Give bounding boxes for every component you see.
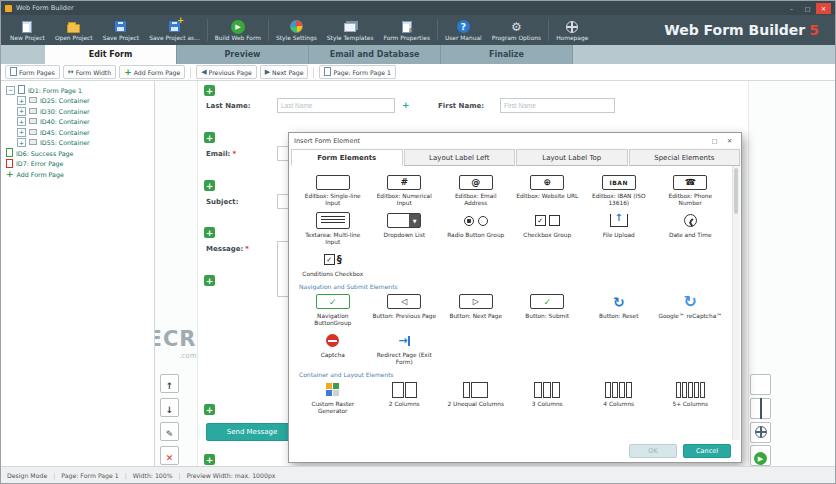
last-name-input[interactable] — [277, 98, 395, 113]
element-3-columns[interactable]: 3 Columns — [512, 378, 584, 417]
pagebar-next-page[interactable]: ▶Next Page — [260, 65, 309, 79]
element-conditions-checkbox[interactable]: ✓§Conditions Checkbox — [297, 248, 369, 280]
element-editbox-phone-number[interactable]: ☎Editbox: Phone Number — [655, 170, 727, 209]
pagebar-form-width[interactable]: ↔Form Width — [63, 65, 116, 79]
tab-preview[interactable]: Preview — [177, 45, 309, 64]
element-5-columns[interactable]: 5+ Columns — [655, 378, 727, 417]
element-editbox-website-url[interactable]: ⊕Editbox: Website URL — [512, 170, 584, 209]
expander-icon[interactable]: + — [17, 107, 26, 116]
tab-edit-form[interactable]: Edit Form — [45, 45, 177, 64]
toolbar-homepage[interactable]: Homepage — [551, 20, 593, 41]
ok-button[interactable]: OK — [629, 444, 677, 458]
toolbar-form-properties[interactable]: ⚙Form Properties — [378, 20, 434, 41]
dialog-tab-layout-label-top[interactable]: Layout Label Top — [516, 149, 628, 166]
expander-icon[interactable]: + — [17, 96, 26, 105]
element-2-columns[interactable]: 2 Columns — [369, 378, 441, 417]
first-name-input[interactable] — [500, 98, 615, 113]
cancel-button[interactable]: Cancel — [683, 444, 731, 458]
tree-item-id7-error-page[interactable]: ID7: Error Page — [1, 159, 154, 170]
element-google-recaptcha[interactable]: ↻Google™ reCaptcha™ — [655, 290, 727, 329]
close-button[interactable]: ✕ — [816, 3, 831, 14]
send-message-button[interactable]: Send Message — [206, 423, 298, 441]
element-editbox-numerical-input[interactable]: #Editbox: Numerical Input — [369, 170, 441, 209]
element-checkbox-group[interactable]: ✓Checkbox Group — [512, 209, 584, 248]
program-options-icon: ⚙ — [511, 20, 522, 34]
add-element-button[interactable]: + — [204, 404, 215, 415]
element-editbox-email-address[interactable]: @Editbox: Email Address — [440, 170, 512, 209]
container-icon — [29, 129, 37, 136]
element-file-upload[interactable]: ↑File Upload — [583, 209, 655, 248]
add-element-button[interactable]: + — [204, 454, 215, 465]
pagebar-previous-page[interactable]: ◀Previous Page — [196, 65, 257, 79]
maximize-button[interactable]: □ — [800, 3, 815, 14]
add-element-button[interactable]: + — [204, 132, 215, 143]
pagebar-form-pages[interactable]: Form Pages — [5, 65, 60, 79]
element-4-columns[interactable]: 4 Columns — [583, 378, 655, 417]
grid-button[interactable] — [750, 398, 771, 419]
element-button-next-page[interactable]: ▷Button: Next Page — [440, 290, 512, 329]
toolbar-build-web-form[interactable]: ▶Build Web Form — [210, 20, 266, 41]
toolbar-new-project[interactable]: New Project — [5, 20, 50, 41]
element-textarea-multi-line-input[interactable]: Textarea: Multi-line Input — [297, 209, 369, 248]
toolbar-style-templates[interactable]: Style Templates — [322, 20, 379, 41]
tree-item-id40-container[interactable]: +ID40: Container — [1, 117, 154, 128]
edit-button[interactable]: ✎ — [160, 422, 179, 441]
date-time-icon — [684, 212, 697, 230]
pagebar-add-form-page[interactable]: +Add Form Page — [119, 65, 185, 79]
expander-icon[interactable]: − — [6, 86, 15, 95]
expander-icon[interactable]: + — [17, 117, 26, 126]
run-button[interactable]: ▶ — [750, 445, 771, 466]
main-toolbar: New ProjectOpen ProjectSave Project+Save… — [1, 15, 835, 45]
add-element-button[interactable]: + — [204, 227, 215, 238]
dialog-tab-layout-label-left[interactable]: Layout Label Left — [404, 149, 516, 166]
add-element-button[interactable]: + — [204, 275, 215, 286]
element-editbox-single-line-input[interactable]: Editbox: Single-line Input — [297, 170, 369, 209]
tree-item-id1-form-page-1[interactable]: −ID1: Form Page 1 — [1, 85, 154, 96]
element-button-submit[interactable]: ✓Button: Submit — [512, 290, 584, 329]
delete-button[interactable]: ✕ — [160, 446, 179, 465]
minimize-button[interactable]: – — [784, 3, 799, 14]
dialog-close-button[interactable]: ✕ — [723, 135, 736, 146]
toolbar-user-manual[interactable]: ?User Manual — [440, 20, 487, 41]
element-button-previous-page[interactable]: ◁Button: Previous Page — [369, 290, 441, 329]
toolbar-open-project[interactable]: Open Project — [50, 20, 98, 41]
add-element-button[interactable]: + — [204, 180, 215, 191]
dialog-maximize-button[interactable]: □ — [708, 135, 721, 146]
element-captcha[interactable]: Captcha — [297, 329, 369, 368]
element-date-and-time[interactable]: Date and Time — [655, 209, 727, 248]
user-manual-icon: ? — [457, 20, 470, 34]
element-2-unequal-columns[interactable]: 2 Unequal Columns — [440, 378, 512, 417]
toolbar-save-project-as[interactable]: +Save Project as... — [144, 20, 205, 41]
tree-item-id25-container[interactable]: +ID25: Container — [1, 96, 154, 107]
expander-icon[interactable]: + — [17, 128, 26, 137]
element-redirect-page-exit-form[interactable]: →Redirect Page (Exit Form) — [369, 329, 441, 368]
dialog-tab-special-elements[interactable]: Special Elements — [629, 149, 741, 166]
toolbar-save-project[interactable]: Save Project — [98, 20, 145, 41]
element-navigation-buttongroup[interactable]: ✓Navigation ButtonGroup — [297, 290, 369, 329]
toolbar-style-settings[interactable]: Style Settings — [271, 20, 322, 41]
tree-item-add-form-page[interactable]: +Add Form Page — [1, 169, 154, 180]
arrow-up-button[interactable]: ↑ — [160, 374, 179, 393]
dialog-scrollbar[interactable] — [732, 166, 740, 440]
element-custom-raster-generator[interactable]: Custom Raster Generator — [297, 378, 369, 417]
arrow-down-button[interactable]: ↓ — [160, 398, 179, 417]
element-button-reset[interactable]: ↻Button: Reset — [583, 290, 655, 329]
adjust-button[interactable] — [750, 374, 771, 395]
tab-email-and-database[interactable]: Email and Database — [309, 45, 441, 64]
join-add-button[interactable]: + — [402, 100, 410, 110]
expander-icon[interactable]: + — [17, 138, 26, 147]
add-element-button[interactable]: + — [204, 85, 215, 96]
tab-finalize[interactable]: Finalize — [441, 45, 573, 64]
tree-item-id30-container[interactable]: +ID30: Container — [1, 106, 154, 117]
pagebar-page-form-page-1[interactable]: Page: Form Page 1 — [319, 65, 395, 79]
dialog-tab-form-elements[interactable]: Form Elements — [291, 149, 403, 166]
globe-button[interactable] — [750, 422, 771, 443]
element-radio-button-group[interactable]: Radio Button Group — [440, 209, 512, 248]
element-editbox-iban-iso-13616[interactable]: IBANEditbox: IBAN (ISO 13616) — [583, 170, 655, 209]
scrollbar-thumb[interactable] — [734, 168, 738, 214]
toolbar-program-options[interactable]: ⚙Program Options — [487, 20, 546, 41]
element-dropdown-list[interactable]: ▼Dropdown List — [369, 209, 441, 248]
tree-item-id55-container[interactable]: +ID55: Container — [1, 138, 154, 149]
tree-item-id45-container[interactable]: +ID45: Container — [1, 127, 154, 138]
tree-item-id6-success-page[interactable]: ID6: Success Page — [1, 148, 154, 159]
